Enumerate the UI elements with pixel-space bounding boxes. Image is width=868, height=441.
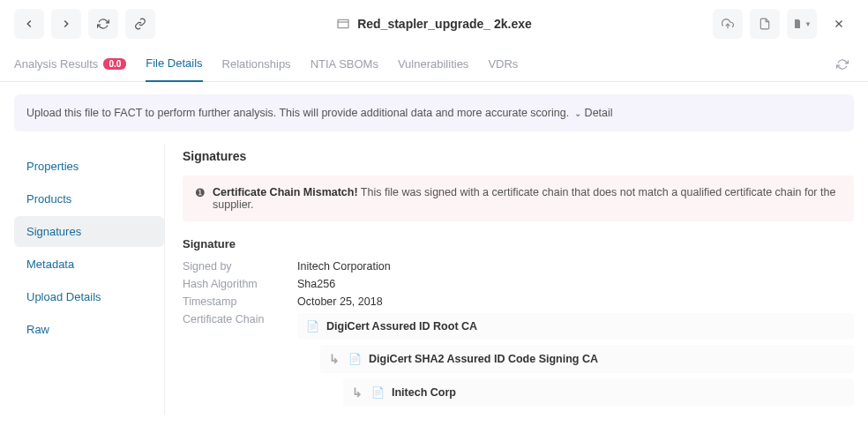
forward-button[interactable] bbox=[51, 9, 81, 39]
cert-name: DigiCert Assured ID Root CA bbox=[326, 320, 477, 333]
export-dropdown-button[interactable]: ▼ bbox=[787, 9, 817, 39]
row-signed-by: Signed by Initech Corporation bbox=[183, 258, 854, 275]
label-signed-by: Signed by bbox=[183, 260, 297, 273]
tab-label: Analysis Results bbox=[14, 57, 98, 71]
sidebar: Properties Products Signatures Metadata … bbox=[14, 144, 164, 415]
top-toolbar: Red_stapler_upgrade_ 2k.exe ▼ bbox=[0, 0, 868, 48]
row-hash-algorithm: Hash Algorithm Sha256 bbox=[183, 275, 854, 293]
tab-bar: Analysis Results 0.0 File Details Relati… bbox=[0, 48, 868, 82]
cert-name: DigiCert SHA2 Assured ID Code Signing CA bbox=[369, 353, 598, 365]
sidebar-item-raw[interactable]: Raw bbox=[14, 314, 164, 345]
caret-down-icon: ▼ bbox=[804, 20, 812, 28]
label-timestamp: Timestamp bbox=[183, 295, 297, 308]
window-icon bbox=[336, 17, 350, 31]
sidebar-item-metadata[interactable]: Metadata bbox=[14, 249, 164, 280]
export-icon bbox=[792, 19, 803, 29]
row-timestamp: Timestamp October 25, 2018 bbox=[183, 293, 854, 310]
tab-vulnerabilities[interactable]: Vulnerabilities bbox=[398, 49, 468, 81]
signature-heading: Signature bbox=[183, 237, 854, 250]
cert-name: Initech Corp bbox=[392, 386, 456, 399]
tab-refresh-button[interactable] bbox=[831, 53, 854, 78]
link-button[interactable] bbox=[125, 9, 155, 39]
close-icon bbox=[833, 18, 845, 30]
tab-vdrs[interactable]: VDRs bbox=[488, 49, 518, 81]
sidebar-item-properties[interactable]: Properties bbox=[14, 151, 164, 182]
alert-strong: Certificate Chain Mismatch! bbox=[213, 186, 358, 198]
certificate-icon: 📄 bbox=[306, 320, 319, 333]
tab-label: VDRs bbox=[488, 57, 518, 71]
sidebar-item-products[interactable]: Products bbox=[14, 183, 164, 214]
value-timestamp: October 25, 2018 bbox=[297, 295, 854, 308]
refresh-icon bbox=[97, 18, 109, 30]
section-title: Signatures bbox=[183, 149, 854, 163]
cloud-upload-button[interactable] bbox=[713, 9, 743, 39]
link-icon bbox=[134, 18, 146, 30]
svg-rect-0 bbox=[338, 19, 348, 27]
detail-label: Detail bbox=[585, 107, 613, 119]
refresh-icon bbox=[836, 58, 849, 71]
indent-arrow-icon: ↳ bbox=[329, 352, 340, 366]
value-signed-by: Initech Corporation bbox=[297, 260, 854, 273]
alert-body: Certificate Chain Mismatch! This file wa… bbox=[213, 186, 842, 211]
tab-label: File Details bbox=[146, 56, 202, 70]
content-area: Properties Products Signatures Metadata … bbox=[0, 144, 868, 415]
page-title: Red_stapler_upgrade_ 2k.exe bbox=[162, 17, 706, 31]
refresh-button[interactable] bbox=[88, 9, 118, 39]
label-hash-algorithm: Hash Algorithm bbox=[183, 278, 297, 290]
certificate-icon: 📄 bbox=[348, 353, 362, 365]
close-button[interactable] bbox=[824, 9, 854, 39]
chevron-down-icon: ⌄ bbox=[574, 108, 581, 118]
right-actions: ▼ bbox=[713, 9, 854, 39]
tab-relationships[interactable]: Relationships bbox=[222, 49, 291, 81]
cert-intermediate[interactable]: ↳ 📄 DigiCert SHA2 Assured ID Code Signin… bbox=[320, 345, 854, 373]
upload-banner: Upload this file to FACT to perform furt… bbox=[14, 94, 854, 131]
banner-detail-toggle[interactable]: ⌄ Detail bbox=[574, 107, 612, 119]
tab-label: Relationships bbox=[222, 57, 291, 71]
certificate-chain: 📄 DigiCert Assured ID Root CA ↳ 📄 DigiCe… bbox=[297, 313, 854, 412]
file-button[interactable] bbox=[750, 9, 780, 39]
tab-label: Vulnerabilities bbox=[398, 57, 468, 71]
value-hash-algorithm: Sha256 bbox=[297, 278, 854, 290]
cloud-upload-icon bbox=[722, 18, 734, 30]
certificate-icon: 📄 bbox=[371, 386, 385, 399]
tab-analysis-results[interactable]: Analysis Results 0.0 bbox=[14, 49, 126, 81]
banner-text: Upload this file to FACT to perform furt… bbox=[26, 107, 569, 119]
back-button[interactable] bbox=[14, 9, 44, 39]
tab-file-details[interactable]: File Details bbox=[146, 48, 202, 82]
row-certificate-chain: Certificate Chain 📄 DigiCert Assured ID … bbox=[183, 310, 854, 415]
chevron-left-icon bbox=[23, 18, 35, 30]
main-panel: Signatures ❶ Certificate Chain Mismatch!… bbox=[164, 144, 854, 415]
file-title: Red_stapler_upgrade_ 2k.exe bbox=[357, 17, 532, 31]
label-certificate-chain: Certificate Chain bbox=[183, 313, 297, 325]
sidebar-item-signatures[interactable]: Signatures bbox=[14, 216, 164, 247]
cert-mismatch-alert: ❶ Certificate Chain Mismatch! This file … bbox=[183, 176, 854, 221]
tab-ntia-sboms[interactable]: NTIA SBOMs bbox=[311, 49, 378, 81]
tab-label: NTIA SBOMs bbox=[311, 57, 378, 71]
cert-leaf[interactable]: ↳ 📄 Initech Corp bbox=[343, 378, 854, 407]
sidebar-item-upload-details[interactable]: Upload Details bbox=[14, 281, 164, 312]
chevron-right-icon bbox=[60, 18, 72, 30]
alert-icon: ❶ bbox=[195, 186, 206, 199]
file-icon bbox=[759, 18, 771, 30]
indent-arrow-icon: ↳ bbox=[352, 385, 363, 400]
analysis-score-badge: 0.0 bbox=[103, 58, 126, 70]
cert-root[interactable]: 📄 DigiCert Assured ID Root CA bbox=[297, 313, 854, 340]
